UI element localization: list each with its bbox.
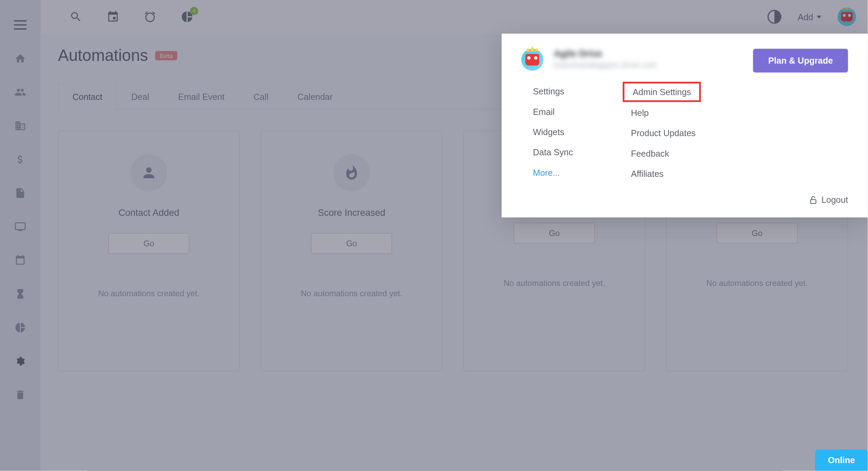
user-menu-dropdown: Agile Drive branchstrategypro-drive.com … [502,34,868,217]
menu-data-sync[interactable]: Data Sync [533,146,573,158]
menu-admin-settings[interactable]: Admin Settings [623,82,701,102]
user-email: branchstrategypro-drive.com [554,60,743,69]
menu-product-updates[interactable]: Product Updates [631,127,695,139]
menu-email[interactable]: Email [533,105,573,118]
menu-feedback[interactable]: Feedback [631,147,695,160]
online-status-button[interactable]: Online [815,449,868,471]
menu-more[interactable]: More... [533,166,573,179]
menu-widgets[interactable]: Widgets [533,126,573,138]
lock-icon [809,195,818,204]
logout-label: Logout [822,195,848,205]
menu-help[interactable]: Help [631,107,695,119]
plan-upgrade-button[interactable]: Plan & Upgrade [753,49,848,72]
menu-affiliates[interactable]: Affiliates [631,168,695,180]
menu-settings[interactable]: Settings [533,85,573,97]
svg-rect-0 [811,199,816,203]
logout-button[interactable]: Logout [521,195,848,205]
user-avatar-large [521,49,543,70]
user-name: Agile Drive [554,49,743,59]
